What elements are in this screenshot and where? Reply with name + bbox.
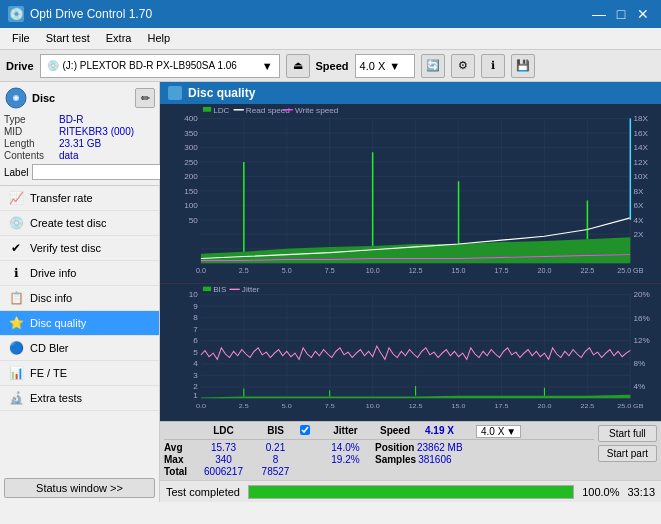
svg-text:25.0 GB: 25.0 GB [617,402,644,408]
create-test-disc-icon: 💿 [8,215,24,231]
nav-transfer-rate[interactable]: 📈 Transfer rate [0,186,159,211]
refresh-button[interactable]: 🔄 [421,54,445,78]
menu-extra[interactable]: Extra [98,30,140,47]
svg-rect-58 [203,107,211,112]
settings-button[interactable]: ⚙ [451,54,475,78]
total-bis: 78527 [253,466,298,477]
disc-type-value: BD-R [59,114,83,125]
content-area: Disc quality [160,82,661,502]
speed-display-value: 4.0 X [481,426,504,437]
eject-button[interactable]: ⏏ [286,54,310,78]
total-label: Total [164,466,194,477]
svg-text:5.0: 5.0 [282,402,292,408]
drive-select[interactable]: 💿 (J:) PLEXTOR BD-R PX-LB950SA 1.06 ▼ [40,54,280,78]
speed-display-select[interactable]: 4.0 X ▼ [476,425,521,438]
nav-disc-quality[interactable]: ⭐ Disc quality [0,311,159,336]
svg-text:7: 7 [193,325,198,333]
avg-spacer [300,442,316,453]
nav-create-test-disc-label: Create test disc [30,217,106,229]
disc-contents-label: Contents [4,150,59,161]
samples-value: 381606 [418,454,473,465]
start-full-button[interactable]: Start full [598,425,657,442]
disc-quality-icon: ⭐ [8,315,24,331]
menu-file[interactable]: File [4,30,38,47]
max-label: Max [164,454,194,465]
info-button[interactable]: ℹ [481,54,505,78]
disc-label-input[interactable] [32,164,165,180]
close-button[interactable]: ✕ [633,4,653,24]
svg-text:17.5: 17.5 [495,402,509,408]
titlebar-left: 💿 Opti Drive Control 1.70 [8,6,152,22]
speed-select[interactable]: 4.0 X ▼ [355,54,415,78]
stats-jitter-header: Jitter [318,425,373,438]
speed-dropdown-arrow: ▼ [389,60,400,72]
disc-edit-button[interactable]: ✏ [135,88,155,108]
speed-value: 4.0 X [360,60,386,72]
main-layout: Disc ✏ Type BD-R MID RITEKBR3 (000) Leng… [0,82,661,502]
svg-text:4X: 4X [633,216,644,225]
svg-text:5: 5 [193,348,198,356]
svg-text:50: 50 [189,216,199,225]
disc-length-value: 23.31 GB [59,138,101,149]
maximize-button[interactable]: □ [611,4,631,24]
menu-help[interactable]: Help [139,30,178,47]
svg-text:7.5: 7.5 [325,402,335,408]
disc-icon [4,86,28,110]
samples-label: Samples [375,454,416,465]
nav-fe-te[interactable]: 📊 FE / TE [0,361,159,386]
svg-text:400: 400 [184,115,198,124]
svg-text:16X: 16X [633,129,648,138]
svg-text:20%: 20% [633,290,650,298]
dq-header: Disc quality [160,82,661,104]
nav-cd-bler[interactable]: 🔵 CD Bler [0,336,159,361]
minimize-button[interactable]: — [589,4,609,24]
disc-mid-row: MID RITEKBR3 (000) [4,126,155,137]
svg-text:8: 8 [193,313,198,321]
status-window-button[interactable]: Status window >> [4,478,155,498]
disc-panel: Disc ✏ Type BD-R MID RITEKBR3 (000) Leng… [0,82,159,186]
svg-text:2.5: 2.5 [239,402,249,408]
svg-text:BIS: BIS [213,285,226,293]
menu-start-test[interactable]: Start test [38,30,98,47]
nav-disc-info[interactable]: 📋 Disc info [0,286,159,311]
max-jitter: 19.2% [318,454,373,465]
save-button[interactable]: 💾 [511,54,535,78]
speed-label: Speed [316,60,349,72]
svg-text:1: 1 [193,391,198,399]
disc-label-row: Label 🔍 [4,163,155,181]
max-bis: 8 [253,454,298,465]
drive-info-icon: ℹ [8,265,24,281]
svg-text:Write speed: Write speed [295,106,338,115]
svg-text:350: 350 [184,129,198,138]
transfer-rate-icon: 📈 [8,190,24,206]
extra-tests-icon: 🔬 [8,390,24,406]
svg-text:5.0: 5.0 [282,267,292,274]
nav-disc-quality-label: Disc quality [30,317,86,329]
nav-drive-info[interactable]: ℹ Drive info [0,261,159,286]
svg-text:3: 3 [193,371,198,379]
nav-extra-tests[interactable]: 🔬 Extra tests [0,386,159,411]
svg-text:18X: 18X [633,115,648,124]
disc-info-icon: 📋 [8,290,24,306]
nav-cd-bler-label: CD Bler [30,342,69,354]
nav-create-test-disc[interactable]: 💿 Create test disc [0,211,159,236]
verify-test-disc-icon: ✔ [8,240,24,256]
svg-text:250: 250 [184,158,198,167]
svg-point-2 [15,97,18,100]
statusbar: Test completed 100.0% 33:13 [160,480,661,502]
stats-ldc-header: LDC [196,425,251,438]
nav-drive-info-label: Drive info [30,267,76,279]
stats-bis-header: BIS [253,425,298,438]
disc-mid-value: RITEKBR3 (000) [59,126,134,137]
nav-verify-test-disc[interactable]: ✔ Verify test disc [0,236,159,261]
svg-text:15.0: 15.0 [452,267,466,274]
svg-text:20.0: 20.0 [537,267,551,274]
dq-icon [168,86,182,100]
svg-text:10.0: 10.0 [366,402,380,408]
disc-contents-value: data [59,150,78,161]
start-part-button[interactable]: Start part [598,445,657,462]
svg-text:10X: 10X [633,173,648,182]
svg-text:100: 100 [184,201,198,210]
jitter-checkbox[interactable] [300,425,310,435]
svg-text:14X: 14X [633,144,648,153]
